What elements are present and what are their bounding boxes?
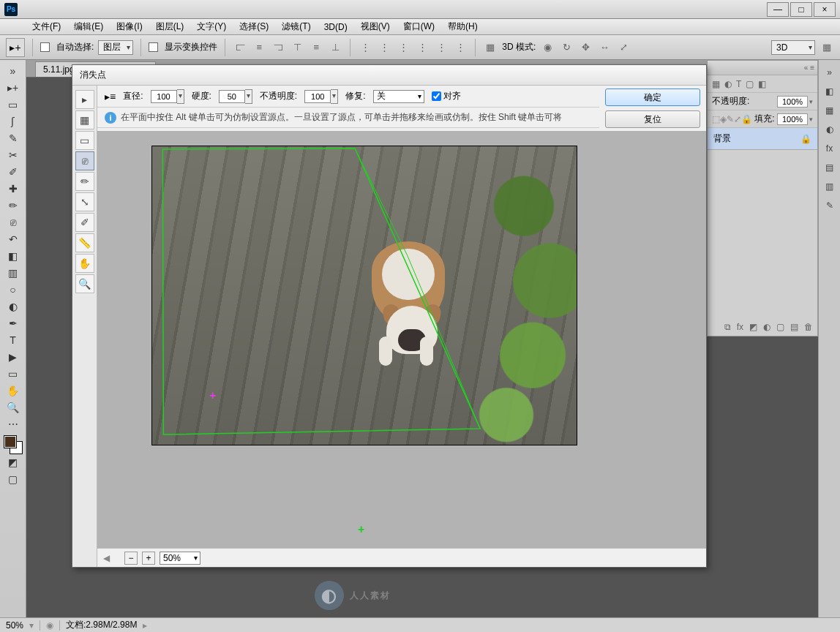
align-center-v-icon[interactable]: ≡ <box>309 40 323 55</box>
3d-mode-dropdown[interactable]: 3D <box>771 40 815 55</box>
align-left-icon[interactable]: ⫍ <box>233 40 247 55</box>
brush-tool[interactable]: ✏ <box>4 198 23 214</box>
menu-select[interactable]: 选择(S) <box>233 19 274 34</box>
align-center-h-icon[interactable]: ≡ <box>252 40 266 55</box>
3d-zoom-icon[interactable]: ⤢ <box>616 40 631 55</box>
menu-edit[interactable]: 编辑(E) <box>68 19 109 34</box>
filter-adjust-icon[interactable]: ◐ <box>724 79 732 89</box>
fx-icon[interactable]: fx <box>737 322 743 332</box>
path-select-tool[interactable]: ▶ <box>4 349 23 365</box>
styles-panel-icon[interactable]: fx <box>822 140 838 157</box>
blur-tool[interactable]: ○ <box>4 282 23 298</box>
marquee-tool[interactable]: ▭ <box>4 97 23 113</box>
reset-button[interactable]: 复位 <box>605 110 700 128</box>
foreground-swatch[interactable] <box>4 436 16 448</box>
menu-filter[interactable]: 滤镜(T) <box>276 19 316 34</box>
collapse-icon[interactable]: » <box>4 63 23 79</box>
menu-image[interactable]: 图像(I) <box>110 19 148 34</box>
filter-smart-icon[interactable]: ◧ <box>758 79 766 89</box>
type-tool[interactable]: T <box>4 332 23 348</box>
show-transform-checkbox[interactable] <box>149 42 158 52</box>
hardness-input[interactable] <box>219 90 245 103</box>
create-plane-tool[interactable]: ▦ <box>75 110 94 129</box>
filter-type-icon[interactable]: T <box>736 79 741 89</box>
channels-panel-icon[interactable]: ▥ <box>822 178 838 195</box>
3d-roll-icon[interactable]: ↻ <box>559 40 574 55</box>
diameter-input[interactable] <box>151 90 177 103</box>
menu-3d[interactable]: 3D(D) <box>318 20 353 34</box>
status-zoom[interactable]: 50% <box>6 620 23 631</box>
hand-tool[interactable]: ✋ <box>4 383 23 399</box>
align-checkbox[interactable] <box>432 91 441 101</box>
status-doc-size[interactable]: 文档:2.98M/2.98M <box>66 619 137 631</box>
group-icon[interactable]: ▢ <box>776 322 784 332</box>
gradient-tool[interactable]: ▥ <box>4 265 23 281</box>
lock-icons[interactable]: ⬚◈✎⤢🔒 <box>712 114 752 124</box>
menu-layer[interactable]: 图层(L) <box>150 19 190 34</box>
paths-panel-icon[interactable]: ✎ <box>822 198 838 214</box>
distribute-6-icon[interactable]: ⋮ <box>453 40 468 55</box>
brush-dlg-tool[interactable]: ✏ <box>75 172 94 191</box>
zoom-out-button[interactable]: − <box>124 552 138 565</box>
distribute-2-icon[interactable]: ⋮ <box>377 40 391 55</box>
eraser-tool[interactable]: ◧ <box>4 248 23 264</box>
lasso-tool[interactable]: ʃ <box>4 113 23 129</box>
menu-help[interactable]: 帮助(H) <box>442 19 484 34</box>
link-layers-icon[interactable]: ⧉ <box>724 322 731 332</box>
zoom-in-button[interactable]: + <box>142 552 155 565</box>
auto-select-dropdown[interactable]: 图层 <box>98 40 133 55</box>
delete-layer-icon[interactable]: 🗑 <box>804 322 813 332</box>
layers-panel-icon[interactable]: ▤ <box>822 159 838 176</box>
eyedropper-dlg-tool[interactable]: ✐ <box>75 213 94 232</box>
opacity-input[interactable] <box>777 96 808 108</box>
healing-tool[interactable]: ✚ <box>4 181 23 197</box>
scroll-left-icon[interactable]: ◀ <box>103 553 110 563</box>
3d-pan-icon[interactable]: ✥ <box>578 40 593 55</box>
move-tool[interactable]: ▸+ <box>4 80 23 96</box>
dialog-titlebar[interactable]: 消失点 <box>72 65 706 86</box>
filter-shape-icon[interactable]: ▢ <box>746 79 754 89</box>
distribute-1-icon[interactable]: ⋮ <box>358 40 372 55</box>
panel-header[interactable]: « ≡ <box>708 61 817 75</box>
collapse-panels-icon[interactable]: » <box>822 64 838 80</box>
adjustments-panel-icon[interactable]: ◐ <box>822 121 838 138</box>
dialog-canvas[interactable]: + + <box>97 131 706 548</box>
close-button[interactable]: × <box>814 2 836 17</box>
menu-window[interactable]: 窗口(W) <box>397 19 440 34</box>
crop-tool[interactable]: ✂ <box>4 147 23 163</box>
3d-orbit-icon[interactable]: ◉ <box>540 40 555 55</box>
distribute-5-icon[interactable]: ⋮ <box>434 40 449 55</box>
marquee-dlg-tool[interactable]: ▭ <box>75 131 94 150</box>
new-layer-icon[interactable]: ▤ <box>790 322 798 332</box>
align-top-icon[interactable]: ⊤ <box>290 40 304 55</box>
distribute-4-icon[interactable]: ⋮ <box>415 40 430 55</box>
pen-tool[interactable]: ✒ <box>4 315 23 331</box>
current-tool-icon[interactable]: ▸+ <box>6 38 25 57</box>
layer-background[interactable]: 背景 🔒 <box>708 128 817 150</box>
quick-mask-icon[interactable]: ◩ <box>4 454 23 470</box>
hand-dlg-tool[interactable]: ✋ <box>75 254 94 273</box>
plane-handle[interactable]: + <box>358 523 364 536</box>
menu-flyout-icon[interactable]: ▸≡ <box>105 91 116 102</box>
zoom-tool[interactable]: 🔍 <box>4 399 23 415</box>
auto-select-checkbox[interactable] <box>40 42 50 52</box>
zoom-dropdown[interactable]: 50% <box>160 552 200 565</box>
history-brush-tool[interactable]: ↶ <box>4 231 23 247</box>
edit-toolbar-icon[interactable]: ⋯ <box>4 416 23 432</box>
heal-dropdown[interactable]: 关 <box>373 90 424 103</box>
fill-adjust-icon[interactable]: ◐ <box>763 322 770 332</box>
stamp-dlg-tool[interactable]: ⎚ <box>75 151 94 170</box>
filter-pixel-icon[interactable]: ▦ <box>712 79 720 89</box>
status-indicator-icon[interactable]: ◉ <box>46 620 53 631</box>
workspace-icon[interactable]: ▦ <box>820 40 834 55</box>
3d-icon[interactable]: ▦ <box>483 40 498 55</box>
align-right-icon[interactable]: ⫎ <box>271 40 285 55</box>
quick-select-tool[interactable]: ✎ <box>4 130 23 146</box>
menu-type[interactable]: 文字(Y) <box>191 19 232 34</box>
fill-input[interactable] <box>777 113 808 125</box>
align-bottom-icon[interactable]: ⊥ <box>328 40 342 55</box>
maximize-button[interactable]: □ <box>790 2 812 17</box>
opacity-dlg-input[interactable] <box>304 90 331 103</box>
menu-file[interactable]: 文件(F) <box>26 19 67 34</box>
transform-dlg-tool[interactable]: ⤡ <box>75 192 94 211</box>
